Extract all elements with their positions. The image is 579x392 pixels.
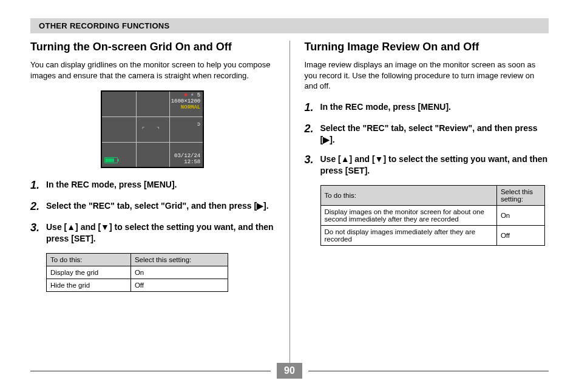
left-intro: You can display gridlines on the monitor… — [30, 59, 275, 81]
table-header-row: To do this: Select this setting: — [320, 186, 544, 206]
gridline-horizontal — [102, 117, 203, 117]
footer-rule — [30, 371, 271, 371]
step-number: 2 — [30, 200, 46, 213]
camera-datetime: 03/12/24 12:58 — [174, 154, 200, 166]
table-cell: Display the grid — [47, 266, 131, 279]
step-number: 3 — [30, 221, 46, 234]
table-row: Display the grid On — [47, 266, 228, 279]
step-text: Select the "REC" tab, select "Grid", and… — [46, 200, 275, 212]
step-text: Use [▲] and [▼] to select the setting yo… — [320, 154, 549, 177]
table-cell: Off — [130, 279, 228, 291]
step-text: Use [▲] and [▼] to select the setting yo… — [46, 221, 275, 245]
right-steps: 1 In the REC mode, press [MENU]. 2 Selec… — [305, 101, 549, 177]
right-column: Turning Image Review On and Off Image re… — [305, 41, 549, 368]
table-header: To do this: — [320, 186, 496, 206]
table-row: Do not display images immediately after … — [320, 226, 544, 246]
right-heading: Turning Image Review On and Off — [305, 41, 549, 53]
camera-top-readout: ■ ⚡ 5 1600×1200 NORMAL — [171, 93, 201, 111]
table-cell: On — [130, 266, 228, 279]
table-header: Select this setting: — [496, 186, 544, 206]
step-item: 3 Use [▲] and [▼] to select the setting … — [305, 154, 549, 177]
table-row: Hide the grid Off — [47, 279, 228, 291]
step-number: 1 — [305, 101, 320, 114]
footer-rule — [308, 371, 549, 371]
table-row: Display images on the monitor screen for… — [320, 206, 544, 226]
table-cell: Hide the grid — [47, 279, 131, 291]
step-number: 1 — [30, 179, 46, 192]
camera-time: 12:58 — [174, 160, 200, 166]
table-cell: On — [496, 206, 544, 226]
table-header: Select this setting: — [130, 253, 228, 266]
camera-preview-wrap: ⌜ ⌝ ■ ⚡ 5 1600×1200 NORMAL ➲ 03/12/24 12… — [30, 90, 275, 168]
page-number: 90 — [277, 363, 302, 379]
memory-icon: ➲ — [197, 121, 200, 128]
right-settings-table: To do this: Select this setting: Display… — [320, 185, 545, 246]
gridline-horizontal — [102, 142, 203, 143]
left-settings-table: To do this: Select this setting: Display… — [46, 253, 228, 292]
step-text: In the REC mode, press [MENU]. — [320, 101, 549, 113]
step-item: 2 Select the "REC" tab, select "Review",… — [305, 123, 549, 146]
page-footer: 90 — [30, 363, 549, 379]
page-columns: Turning the On-screen Grid On and Off Yo… — [30, 41, 549, 368]
step-item: 1 In the REC mode, press [MENU]. — [30, 179, 275, 192]
record-icon: ■ — [184, 92, 187, 98]
table-cell: Display images on the monitor screen for… — [320, 206, 496, 226]
left-column: Turning the On-screen Grid On and Off Yo… — [30, 41, 275, 368]
battery-icon — [104, 157, 118, 163]
step-item: 2 Select the "REC" tab, select "Grid", a… — [30, 200, 275, 213]
table-cell: Do not display images immediately after … — [320, 226, 496, 246]
camera-quality: NORMAL — [171, 105, 201, 111]
left-heading: Turning the On-screen Grid On and Off — [30, 41, 275, 53]
flash-icon: ⚡ — [191, 92, 194, 98]
step-number: 3 — [305, 154, 320, 166]
column-divider — [290, 41, 290, 368]
step-item: 1 In the REC mode, press [MENU]. — [305, 101, 549, 114]
step-text: In the REC mode, press [MENU]. — [46, 179, 275, 191]
gridline-vertical — [136, 92, 137, 167]
table-cell: Off — [496, 226, 544, 246]
gridline-vertical — [169, 92, 170, 167]
focus-brackets-icon: ⌜ ⌝ — [141, 126, 163, 133]
left-steps: 1 In the REC mode, press [MENU]. 2 Selec… — [30, 179, 275, 245]
table-header-row: To do this: Select this setting: — [47, 253, 228, 266]
camera-preview: ⌜ ⌝ ■ ⚡ 5 1600×1200 NORMAL ➲ 03/12/24 12… — [101, 90, 204, 168]
right-intro: Image review displays an image on the mo… — [305, 59, 549, 92]
step-item: 3 Use [▲] and [▼] to select the setting … — [30, 221, 275, 245]
header-title: OTHER RECORDING FUNCTIONS — [39, 21, 540, 30]
step-number: 2 — [305, 123, 320, 135]
step-text: Select the "REC" tab, select "Review", a… — [320, 123, 549, 146]
table-header: To do this: — [47, 253, 131, 266]
header-bar: OTHER RECORDING FUNCTIONS — [30, 18, 549, 33]
shot-count: 5 — [197, 92, 200, 98]
